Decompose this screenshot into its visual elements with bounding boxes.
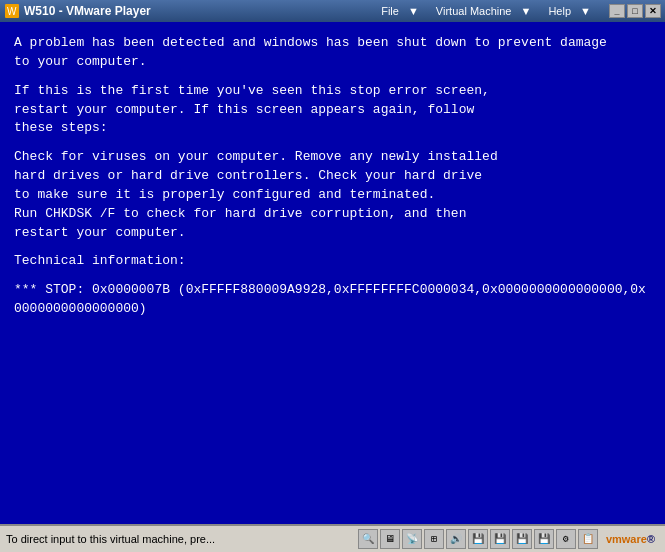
bsod-line3: Check for viruses on your computer. Remo… [14,148,651,242]
bsod-line2: If this is the first time you've seen th… [14,82,651,139]
window-title: W510 - VMware Player [24,4,376,18]
titlebar-menu: File ▼ Virtual Machine ▼ Help ▼ [376,4,601,18]
vmware-text-ware: ware [622,533,647,545]
bsod-stop-code: *** STOP: 0x0000007B (0xFFFFF880009A9928… [14,281,651,319]
menu-virtualmachine[interactable]: Virtual Machine ▼ [431,4,542,18]
maximize-button[interactable]: □ [627,4,643,18]
statusbar-icons: 🔍 🖥 📡 ⊞ 🔊 💾 💾 💾 💾 ⚙ 📋 [358,529,598,549]
close-button[interactable]: ✕ [645,4,661,18]
menu-file[interactable]: File ▼ [376,4,429,18]
bsod-screen: A problem has been detected and windows … [0,22,665,524]
status-icon-audio[interactable]: 🔊 [446,529,466,549]
menu-help[interactable]: Help ▼ [543,4,601,18]
statusbar-text: To direct input to this virtual machine,… [6,533,354,545]
minimize-button[interactable]: _ [609,4,625,18]
vmware-logo: vmware® [602,531,659,547]
bsod-line1: A problem has been detected and windows … [14,34,651,72]
bsod-technical-label: Technical information: [14,252,651,271]
vmware-text-vm: vm [606,533,622,545]
status-icon-drive4[interactable]: 💾 [534,529,554,549]
status-icon-usb[interactable]: ⊞ [424,529,444,549]
titlebar: W W510 - VMware Player File ▼ Virtual Ma… [0,0,665,22]
status-icon-settings[interactable]: ⚙ [556,529,576,549]
status-icon-drive2[interactable]: 💾 [490,529,510,549]
status-icon-search[interactable]: 🔍 [358,529,378,549]
statusbar: To direct input to this virtual machine,… [0,524,665,552]
status-icon-extra[interactable]: 📋 [578,529,598,549]
status-icon-drive1[interactable]: 💾 [468,529,488,549]
app-icon: W [4,3,20,19]
status-icon-network[interactable]: 📡 [402,529,422,549]
status-icon-drive3[interactable]: 💾 [512,529,532,549]
titlebar-buttons: _ □ ✕ [607,4,661,18]
svg-text:W: W [7,6,17,17]
status-icon-display[interactable]: 🖥 [380,529,400,549]
